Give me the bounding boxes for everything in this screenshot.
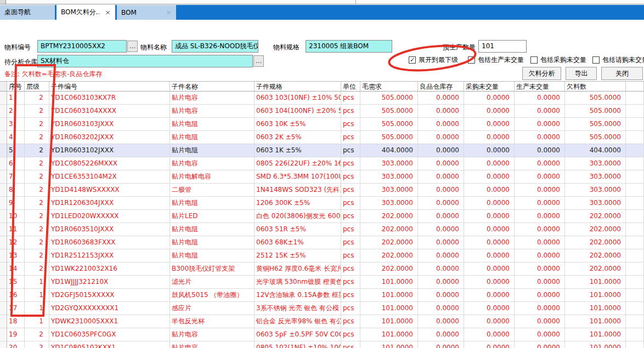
checkbox-unchecked-icon[interactable]: [592, 56, 600, 64]
table-row[interactable]: 12YD1C0603103KX7R贴片电容0603 103(10NF) ±10%…: [0, 92, 644, 105]
table-row[interactable]: 171YD2GYQXXXXXXXX1感应片3系不锈钢 光亮 银色 有公模pcs1…: [0, 302, 644, 315]
cell: 505.0000: [360, 92, 418, 105]
cell: 13: [7, 249, 25, 263]
cell: 半包反光杯: [170, 315, 255, 328]
cell: 2: [25, 131, 49, 144]
checkbox-label: 包括生产未交量: [478, 55, 524, 65]
table-row[interactable]: 202YD1C0805102KXX1贴片电容0805 102(1NF) ±10%…: [0, 341, 644, 348]
cell: 11: [7, 223, 25, 236]
cell: YD1WJJJJ321210X: [49, 276, 170, 289]
cell: pcs: [341, 302, 360, 315]
cell: 16: [7, 289, 25, 302]
tab-bar: 桌面导航 BOM欠料分... × BOM ×: [0, 5, 644, 20]
cell: 101.0000: [360, 341, 418, 348]
checkbox-3[interactable]: 包括请购未交量: [592, 55, 644, 65]
column-header[interactable]: 子件规格: [255, 82, 341, 91]
cell: YD1R0603202JXXX: [49, 131, 170, 144]
column-header[interactable]: 序号: [7, 82, 25, 91]
cell: 202.0000: [565, 210, 626, 223]
cell: YD1C06035PFC0GX: [49, 328, 170, 341]
close-button[interactable]: 关闭: [601, 67, 643, 80]
row-selector-cell: [0, 118, 7, 131]
cell: 鼓风机5015 （带油圈）: [170, 289, 255, 302]
column-header[interactable]: 生产未交量: [515, 82, 565, 91]
tab-close-icon[interactable]: ×: [166, 9, 172, 16]
cell: 202.0000: [360, 223, 418, 236]
export-button[interactable]: 导出: [566, 67, 597, 80]
table-row[interactable]: 161YD2GFJ5015XXXXX鼓风机5015 （带油圈）12V含油轴承 0…: [0, 289, 644, 302]
table-row[interactable]: 62YD1C0805226MXXX贴片电容0805 226(22UF) ±20%…: [0, 157, 644, 170]
cell: 3: [7, 118, 25, 131]
column-header[interactable]: 采购未交量: [464, 82, 515, 91]
tab-desktop-nav[interactable]: 桌面导航: [0, 5, 55, 20]
column-header[interactable]: 毛需求: [360, 82, 418, 91]
tab-bom[interactable]: BOM ×: [117, 5, 176, 20]
table-row[interactable]: 82YD1D4148WSXXXXX二极管1N4148WS SOD323 (先科)…: [0, 184, 644, 197]
column-header[interactable]: 子件名称: [170, 82, 255, 91]
cell: 101.0000: [565, 302, 626, 315]
cell: 1N4148WS SOD323 (先科): [255, 184, 341, 197]
row-selector-cell: [0, 157, 7, 170]
cell: 303.0000: [360, 184, 418, 197]
column-header[interactable]: 层级: [25, 82, 49, 91]
cell: 0.0000: [515, 118, 565, 131]
material-name-field[interactable]: 成品 SL-B326-NOOD脱毛仪: [172, 40, 258, 53]
checkbox-checked-icon[interactable]: ✓: [409, 56, 416, 64]
cell: 1: [25, 302, 49, 315]
table-row[interactable]: 32YD1R0603103JXXX贴片电阻0603 10K ±5%pcs505.…: [0, 118, 644, 131]
table-row[interactable]: 122YD1R0603683FXXX贴片电阻0603 68K±1%pcs202.…: [0, 236, 644, 249]
cell: 0.0000: [418, 263, 464, 276]
cell: YD1R0603103JXXX: [49, 118, 170, 131]
shortage-analysis-button[interactable]: 欠料分析: [522, 67, 561, 80]
table-row[interactable]: 102YD1LED020WXXXXX贴片LED白色 020(3806)侧发光 6…: [0, 210, 644, 223]
column-header[interactable]: 单位: [341, 82, 360, 91]
cell: 202.0000: [360, 210, 418, 223]
checkbox-unchecked-icon[interactable]: [530, 56, 538, 64]
column-header[interactable]: 欠料数: [565, 82, 626, 91]
material-spec-field[interactable]: 2310005 组装BOM: [306, 40, 392, 53]
column-header[interactable]: 良品仓库存: [418, 82, 464, 91]
table-row[interactable]: 112YD1R0603510JXXX贴片电阻0603 51R ±5%pcs202…: [0, 223, 644, 236]
production-qty-field[interactable]: 101: [478, 40, 527, 53]
checkbox-0[interactable]: ✓展开到最下级: [409, 55, 458, 65]
table-row[interactable]: 192YD1C06035PFC0GX贴片电容0603 5pF ±0.5PF 50…: [0, 328, 644, 341]
tab-bom-shortage-analysis[interactable]: BOM欠料分... ×: [57, 5, 115, 20]
cell: YD1C0603104XXXX: [49, 105, 170, 118]
filler-cell: [626, 236, 644, 249]
table-row[interactable]: 52YD1R0603102JXXX贴片电阻0603 1K ±5%pcs404.0…: [0, 144, 644, 157]
cell: 101.0000: [565, 341, 626, 348]
material-code-browse-button[interactable]: ...: [127, 41, 138, 52]
cell: 101.0000: [360, 276, 418, 289]
cell: 0.0000: [515, 315, 565, 328]
table-row[interactable]: 72YD1CE6353104M2X贴片电解电容SMD 6.3*5.3MM 107…: [0, 170, 644, 184]
cell: pcs: [341, 105, 360, 118]
checkbox-1[interactable]: 包括生产未交量: [468, 55, 524, 65]
tab-close-icon[interactable]: ×: [105, 9, 111, 16]
table-row[interactable]: 22YD1C0603104XXXX贴片电容0603 104(100NF) ±20…: [0, 105, 644, 118]
cell: pcs: [341, 144, 360, 157]
warehouse-field[interactable]: SX材料仓: [37, 55, 253, 67]
cell: pcs: [341, 315, 360, 328]
checkbox-unchecked-icon[interactable]: [468, 56, 475, 64]
warehouse-browse-button[interactable]: ...: [253, 55, 264, 67]
cell: 202.0000: [565, 236, 626, 249]
cell: 101.0000: [565, 276, 626, 289]
material-code-field[interactable]: BPTMY2310005XX2: [37, 40, 127, 53]
table-row[interactable]: 151YD1WJJJJ321210X滤光片光学玻璃 530nm镀膜 橙黄色pcs…: [0, 276, 644, 289]
table-row[interactable]: 92YD1R1206304JXXX贴片电阻1206 300K ±5%pcs303…: [0, 197, 644, 210]
table-row[interactable]: 42YD1R0603202JXXX贴片电阻0603 2K ±5%pcs505.0…: [0, 131, 644, 144]
cell: 滤光片: [170, 276, 255, 289]
cell: 505.0000: [360, 105, 418, 118]
cell: 0.0000: [418, 197, 464, 210]
table-row[interactable]: 142YD1WK2210032X16B300脱毛仪灯管支架黄铜H62 厚度0.6…: [0, 263, 644, 276]
tab-label: BOM欠料分...: [61, 8, 99, 17]
column-header[interactable]: 子件编号: [49, 82, 170, 91]
cell: 2: [25, 118, 49, 131]
table-row[interactable]: 132YD1R2512153JXXX贴片电阻2512 15K ±5%pcs202…: [0, 249, 644, 263]
table-row[interactable]: 181YDWK2310005XXX1半包反光杯铝合金 反光率98% 银色 有公p…: [0, 315, 644, 328]
cell: 18: [7, 315, 25, 328]
cell: 贴片电容: [170, 328, 255, 341]
cell: YD2GYQXXXXXXXX1: [49, 302, 170, 315]
checkbox-2[interactable]: 包括采购未交量: [530, 55, 586, 65]
cell: 0.0000: [418, 289, 464, 302]
